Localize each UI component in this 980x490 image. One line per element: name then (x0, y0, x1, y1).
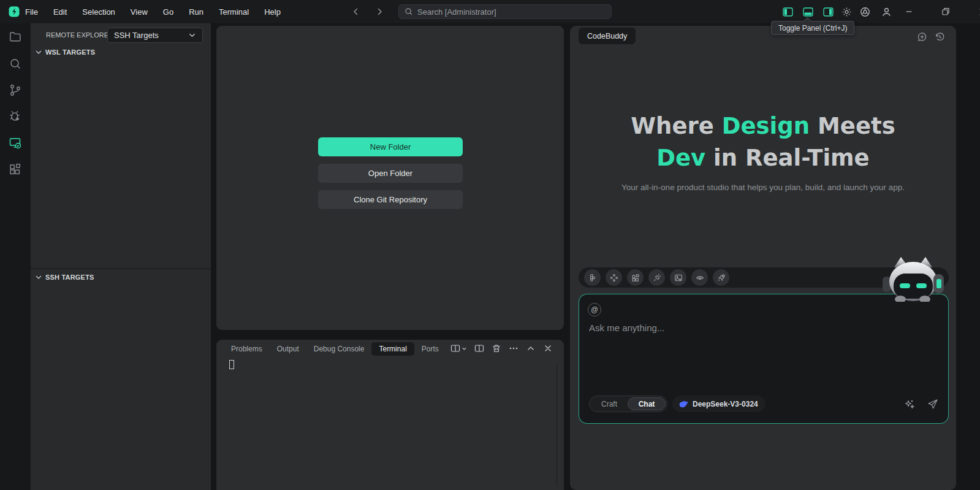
explorer-icon[interactable] (9, 30, 22, 44)
send-icon[interactable] (927, 399, 938, 410)
account-icon[interactable] (877, 0, 895, 23)
enhance-sparkles-icon[interactable] (904, 399, 915, 410)
rocket-icon[interactable] (713, 269, 729, 286)
hero-subtitle: Your all-in-one product studio that help… (570, 183, 956, 192)
menu-go[interactable]: Go (163, 7, 173, 17)
search-sidebar-icon[interactable] (9, 57, 22, 71)
image-upload-icon[interactable] (670, 269, 686, 286)
codebuddy-tab[interactable]: CodeBuddy (579, 28, 636, 44)
chevron-down-icon (34, 48, 43, 56)
history-icon[interactable] (935, 32, 945, 42)
sidebar-divider[interactable] (31, 268, 211, 269)
mode-chat[interactable]: Chat (628, 397, 666, 410)
chat-input-box[interactable]: @ Craft Chat DeepSeek-V3-0324 (579, 294, 949, 424)
toggle-primary-sidebar-icon[interactable] (778, 0, 797, 23)
hero-line-1: Where Design Meets (570, 110, 956, 142)
codebuddy-panel: CodeBuddy Where Design Meets Dev in Real… (570, 26, 956, 490)
eye-icon[interactable] (691, 269, 708, 286)
split-terminal-dropdown-icon[interactable] (450, 343, 467, 353)
sidebar-title: REMOTE EXPLORER (46, 31, 113, 39)
remote-type-dropdown[interactable]: SSH Targets (107, 28, 203, 43)
dropdown-value: SSH Targets (114, 31, 188, 40)
window-minimize-icon[interactable] (900, 0, 918, 23)
search-input[interactable] (417, 7, 606, 17)
menu-run[interactable]: Run (189, 7, 203, 17)
menu-view[interactable]: View (131, 7, 148, 17)
mode-toggle: Craft Chat (589, 396, 667, 412)
tooltip-text: Toggle Panel (Ctrl+J) (778, 24, 847, 33)
codebuddy-tab-label: CodeBuddy (587, 32, 627, 40)
section-wsl-targets[interactable]: WSL TARGETS (34, 48, 95, 56)
editor-welcome-panel: New Folder Open Folder Clone Git Reposit… (216, 26, 564, 330)
tab-debug-console[interactable]: Debug Console (306, 342, 372, 356)
more-actions-icon[interactable] (509, 343, 518, 353)
run-debug-icon[interactable] (9, 110, 22, 123)
robot-mascot (879, 255, 947, 302)
menu-file[interactable]: File (25, 7, 38, 17)
remote-explorer-sidebar: REMOTE EXPLORER SSH Targets WSL TARGETS … (31, 23, 211, 490)
mode-craft[interactable]: Craft (591, 397, 628, 410)
toggle-panel-tooltip: Toggle Panel (Ctrl+J) (771, 21, 854, 35)
model-selector[interactable]: DeepSeek-V3-0324 (672, 396, 765, 412)
tab-terminal[interactable]: Terminal (371, 342, 414, 356)
search-icon (405, 7, 413, 16)
section-label: WSL TARGETS (45, 48, 95, 56)
tab-ports[interactable]: Ports (414, 342, 446, 356)
navigate-back-icon[interactable] (351, 7, 361, 17)
menu-bar: File Edit Selection View Go Run Terminal… (25, 0, 281, 23)
window-close-icon[interactable] (973, 0, 980, 23)
model-name: DeepSeek-V3-0324 (693, 400, 758, 408)
clone-git-repository-button[interactable]: Clone Git Repository (318, 190, 463, 209)
hero-line-2: Dev in Real-Time (570, 142, 956, 174)
chevron-down-icon (188, 31, 196, 39)
plug-icon[interactable] (648, 269, 665, 286)
panel-tab-bar: Problems Output Debug Console Terminal P… (224, 342, 446, 356)
blocks-icon[interactable] (627, 269, 644, 286)
new-chat-icon[interactable] (917, 32, 927, 42)
settings-gear-icon[interactable] (837, 0, 856, 23)
menu-edit[interactable]: Edit (53, 7, 67, 17)
kill-terminal-trash-icon[interactable] (492, 343, 501, 353)
split-panel-icon[interactable] (474, 343, 484, 353)
source-control-icon[interactable] (9, 83, 22, 97)
tab-problems[interactable]: Problems (224, 342, 270, 356)
remote-explorer-icon[interactable] (9, 136, 22, 150)
mention-at-icon[interactable]: @ (588, 303, 601, 316)
bottom-panel: Problems Output Debug Console Terminal P… (216, 340, 564, 490)
terminal-cursor (229, 360, 234, 369)
window-restore-icon[interactable] (936, 0, 955, 23)
section-label: SSH TARGETS (45, 274, 94, 281)
menu-help[interactable]: Help (264, 7, 281, 17)
terminal-scrollbar[interactable] (556, 364, 557, 486)
toggle-secondary-sidebar-icon[interactable] (819, 0, 837, 23)
dots-diamond-icon[interactable] (606, 269, 622, 286)
app-logo-icon (9, 6, 20, 17)
menu-terminal[interactable]: Terminal (219, 7, 249, 17)
deepseek-whale-icon (678, 399, 688, 409)
global-search[interactable] (398, 4, 612, 19)
title-bar: File Edit Selection View Go Run Terminal… (0, 0, 980, 23)
open-folder-button[interactable]: Open Folder (318, 164, 463, 183)
section-ssh-targets[interactable]: SSH TARGETS (34, 273, 94, 281)
maximize-panel-chevron-icon[interactable] (526, 343, 536, 353)
close-panel-icon[interactable] (543, 343, 553, 353)
new-folder-button[interactable]: New Folder (318, 137, 463, 156)
chat-textarea[interactable] (589, 323, 938, 384)
hero-heading: Where Design Meets Dev in Real-Time (570, 110, 956, 174)
chevron-down-icon (34, 273, 43, 281)
menu-selection[interactable]: Selection (82, 7, 115, 17)
browser-icon[interactable] (856, 0, 874, 23)
tab-output[interactable]: Output (270, 342, 306, 356)
panel-actions (450, 343, 553, 353)
extensions-icon[interactable] (9, 163, 22, 176)
activity-bar (0, 23, 31, 490)
figma-icon[interactable] (584, 269, 601, 286)
navigate-forward-icon[interactable] (374, 7, 384, 17)
